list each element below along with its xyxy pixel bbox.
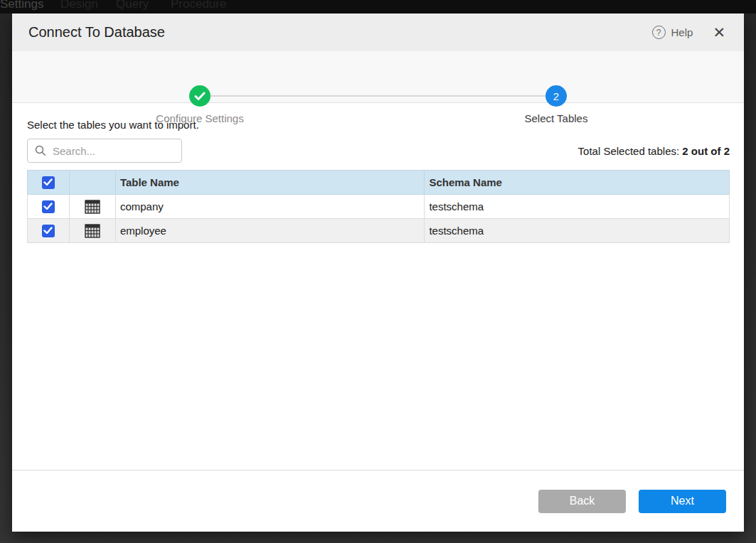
background-menubar: Settings Design Query Procedure xyxy=(0,0,756,14)
checkmark-icon xyxy=(43,203,53,210)
checkmark-icon xyxy=(194,92,206,101)
row-checkbox-cell xyxy=(28,195,70,219)
checkmark-icon xyxy=(43,178,53,186)
row-checkbox-cell xyxy=(28,219,70,243)
row-icon-cell xyxy=(69,219,115,243)
step-1-label: Configure Settings xyxy=(122,112,278,124)
search-input[interactable] xyxy=(53,145,166,157)
selection-summary: Total Selected tables: 2 out of 2 xyxy=(578,145,730,157)
menu-item-query[interactable]: Query xyxy=(116,0,149,11)
dialog-header: Connect To Database ? Help ✕ xyxy=(12,14,744,51)
back-button[interactable]: Back xyxy=(538,490,626,513)
step-1-complete-icon[interactable] xyxy=(189,85,211,107)
row-table-name: employee xyxy=(115,219,425,243)
header-checkbox-cell xyxy=(28,171,70,195)
menu-item-settings[interactable]: Settings xyxy=(0,0,43,11)
table-row[interactable]: company testschema xyxy=(28,195,730,219)
tables-list: Table Name Schema Name xyxy=(27,170,730,243)
dialog-body: Select the tables you want to import. To… xyxy=(12,103,744,470)
next-button[interactable]: Next xyxy=(639,490,726,513)
close-icon[interactable]: ✕ xyxy=(713,25,725,40)
header-icon-cell xyxy=(69,171,115,195)
help-icon: ? xyxy=(652,26,666,39)
row-checkbox[interactable] xyxy=(42,225,55,237)
menu-item-design[interactable]: Design xyxy=(60,0,98,11)
search-icon xyxy=(35,145,46,156)
checkmark-icon xyxy=(43,227,53,235)
connect-to-database-dialog: Connect To Database ? Help ✕ 2 Configure… xyxy=(12,14,744,532)
table-grid-icon xyxy=(85,224,100,238)
dialog-title: Connect To Database xyxy=(28,24,652,41)
step-2-number-icon[interactable]: 2 xyxy=(545,85,567,107)
search-box[interactable] xyxy=(27,139,182,163)
step-2-label: Select Tables xyxy=(478,112,634,124)
stepper-connector-line xyxy=(200,95,556,97)
selection-summary-prefix: Total Selected tables: xyxy=(578,145,683,157)
table-row[interactable]: employee testschema xyxy=(28,219,730,243)
header-schema-name: Schema Name xyxy=(425,171,730,195)
row-schema-name: testschema xyxy=(425,219,730,243)
dialog-footer: Back Next xyxy=(12,470,744,532)
row-icon-cell xyxy=(69,195,115,219)
table-header-row: Table Name Schema Name xyxy=(28,171,730,195)
selection-summary-count: 2 out of 2 xyxy=(682,145,730,157)
row-table-name: company xyxy=(115,195,425,219)
menu-item-procedure[interactable]: Procedure xyxy=(171,0,226,11)
table-grid-icon xyxy=(85,200,100,214)
wizard-stepper: 2 Configure Settings Select Tables xyxy=(12,51,744,103)
select-all-checkbox[interactable] xyxy=(42,176,55,189)
row-schema-name: testschema xyxy=(425,195,730,219)
row-checkbox[interactable] xyxy=(42,200,55,213)
header-table-name: Table Name xyxy=(115,171,425,195)
help-label: Help xyxy=(671,26,693,38)
help-button[interactable]: ? Help xyxy=(652,26,693,39)
